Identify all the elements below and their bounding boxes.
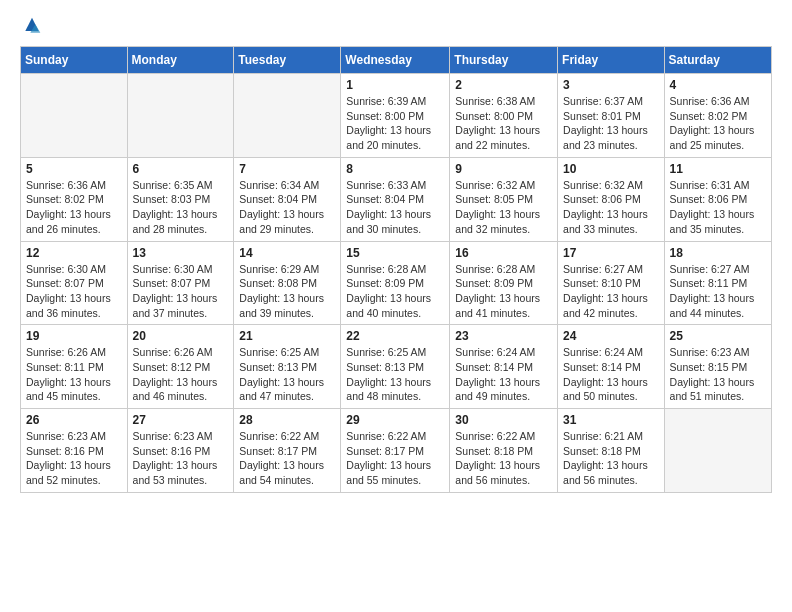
calendar-week-row: 12Sunrise: 6:30 AMSunset: 8:07 PMDayligh… [21,241,772,325]
calendar-week-row: 19Sunrise: 6:26 AMSunset: 8:11 PMDayligh… [21,325,772,409]
calendar-cell: 22Sunrise: 6:25 AMSunset: 8:13 PMDayligh… [341,325,450,409]
calendar-cell: 23Sunrise: 6:24 AMSunset: 8:14 PMDayligh… [450,325,558,409]
calendar-cell: 10Sunrise: 6:32 AMSunset: 8:06 PMDayligh… [558,157,665,241]
calendar-cell: 31Sunrise: 6:21 AMSunset: 8:18 PMDayligh… [558,409,665,493]
day-info: Sunrise: 6:25 AMSunset: 8:13 PMDaylight:… [239,345,335,404]
day-info: Sunrise: 6:38 AMSunset: 8:00 PMDaylight:… [455,94,552,153]
day-info: Sunrise: 6:31 AMSunset: 8:06 PMDaylight:… [670,178,766,237]
day-number: 20 [133,329,229,343]
calendar-cell: 1Sunrise: 6:39 AMSunset: 8:00 PMDaylight… [341,74,450,158]
day-info: Sunrise: 6:36 AMSunset: 8:02 PMDaylight:… [670,94,766,153]
day-info: Sunrise: 6:33 AMSunset: 8:04 PMDaylight:… [346,178,444,237]
day-info: Sunrise: 6:26 AMSunset: 8:11 PMDaylight:… [26,345,122,404]
day-info: Sunrise: 6:26 AMSunset: 8:12 PMDaylight:… [133,345,229,404]
weekday-header: Sunday [21,47,128,74]
weekday-header-row: SundayMondayTuesdayWednesdayThursdayFrid… [21,47,772,74]
calendar-cell: 28Sunrise: 6:22 AMSunset: 8:17 PMDayligh… [234,409,341,493]
day-info: Sunrise: 6:24 AMSunset: 8:14 PMDaylight:… [455,345,552,404]
calendar-week-row: 1Sunrise: 6:39 AMSunset: 8:00 PMDaylight… [21,74,772,158]
calendar-cell: 3Sunrise: 6:37 AMSunset: 8:01 PMDaylight… [558,74,665,158]
logo [20,16,42,36]
day-number: 16 [455,246,552,260]
day-info: Sunrise: 6:27 AMSunset: 8:10 PMDaylight:… [563,262,659,321]
day-number: 29 [346,413,444,427]
page-header [20,16,772,36]
day-number: 8 [346,162,444,176]
day-number: 14 [239,246,335,260]
day-info: Sunrise: 6:21 AMSunset: 8:18 PMDaylight:… [563,429,659,488]
day-info: Sunrise: 6:30 AMSunset: 8:07 PMDaylight:… [26,262,122,321]
calendar-cell [21,74,128,158]
day-number: 26 [26,413,122,427]
calendar-cell: 12Sunrise: 6:30 AMSunset: 8:07 PMDayligh… [21,241,128,325]
calendar-cell [664,409,771,493]
weekday-header: Monday [127,47,234,74]
calendar-cell: 18Sunrise: 6:27 AMSunset: 8:11 PMDayligh… [664,241,771,325]
day-info: Sunrise: 6:22 AMSunset: 8:18 PMDaylight:… [455,429,552,488]
calendar-cell: 11Sunrise: 6:31 AMSunset: 8:06 PMDayligh… [664,157,771,241]
day-number: 23 [455,329,552,343]
day-number: 22 [346,329,444,343]
day-info: Sunrise: 6:37 AMSunset: 8:01 PMDaylight:… [563,94,659,153]
calendar-cell: 6Sunrise: 6:35 AMSunset: 8:03 PMDaylight… [127,157,234,241]
weekday-header: Thursday [450,47,558,74]
calendar-cell: 19Sunrise: 6:26 AMSunset: 8:11 PMDayligh… [21,325,128,409]
day-number: 27 [133,413,229,427]
calendar-cell: 2Sunrise: 6:38 AMSunset: 8:00 PMDaylight… [450,74,558,158]
calendar-cell: 26Sunrise: 6:23 AMSunset: 8:16 PMDayligh… [21,409,128,493]
day-info: Sunrise: 6:23 AMSunset: 8:16 PMDaylight:… [133,429,229,488]
day-number: 3 [563,78,659,92]
calendar-cell: 25Sunrise: 6:23 AMSunset: 8:15 PMDayligh… [664,325,771,409]
day-info: Sunrise: 6:22 AMSunset: 8:17 PMDaylight:… [239,429,335,488]
day-number: 1 [346,78,444,92]
calendar-cell: 17Sunrise: 6:27 AMSunset: 8:10 PMDayligh… [558,241,665,325]
calendar-cell: 7Sunrise: 6:34 AMSunset: 8:04 PMDaylight… [234,157,341,241]
day-number: 5 [26,162,122,176]
day-number: 18 [670,246,766,260]
weekday-header: Tuesday [234,47,341,74]
day-number: 4 [670,78,766,92]
day-info: Sunrise: 6:35 AMSunset: 8:03 PMDaylight:… [133,178,229,237]
calendar-cell: 21Sunrise: 6:25 AMSunset: 8:13 PMDayligh… [234,325,341,409]
day-info: Sunrise: 6:34 AMSunset: 8:04 PMDaylight:… [239,178,335,237]
calendar-cell [127,74,234,158]
day-info: Sunrise: 6:32 AMSunset: 8:05 PMDaylight:… [455,178,552,237]
day-info: Sunrise: 6:23 AMSunset: 8:15 PMDaylight:… [670,345,766,404]
day-number: 30 [455,413,552,427]
calendar-cell: 29Sunrise: 6:22 AMSunset: 8:17 PMDayligh… [341,409,450,493]
day-number: 24 [563,329,659,343]
day-number: 31 [563,413,659,427]
day-info: Sunrise: 6:30 AMSunset: 8:07 PMDaylight:… [133,262,229,321]
day-number: 10 [563,162,659,176]
day-info: Sunrise: 6:25 AMSunset: 8:13 PMDaylight:… [346,345,444,404]
day-info: Sunrise: 6:32 AMSunset: 8:06 PMDaylight:… [563,178,659,237]
day-number: 12 [26,246,122,260]
calendar-week-row: 5Sunrise: 6:36 AMSunset: 8:02 PMDaylight… [21,157,772,241]
day-info: Sunrise: 6:28 AMSunset: 8:09 PMDaylight:… [455,262,552,321]
day-info: Sunrise: 6:36 AMSunset: 8:02 PMDaylight:… [26,178,122,237]
calendar-table: SundayMondayTuesdayWednesdayThursdayFrid… [20,46,772,493]
day-info: Sunrise: 6:27 AMSunset: 8:11 PMDaylight:… [670,262,766,321]
day-number: 11 [670,162,766,176]
day-info: Sunrise: 6:39 AMSunset: 8:00 PMDaylight:… [346,94,444,153]
day-number: 28 [239,413,335,427]
day-info: Sunrise: 6:24 AMSunset: 8:14 PMDaylight:… [563,345,659,404]
day-number: 25 [670,329,766,343]
day-number: 21 [239,329,335,343]
calendar-cell: 13Sunrise: 6:30 AMSunset: 8:07 PMDayligh… [127,241,234,325]
weekday-header: Saturday [664,47,771,74]
calendar-cell: 15Sunrise: 6:28 AMSunset: 8:09 PMDayligh… [341,241,450,325]
day-number: 9 [455,162,552,176]
day-number: 17 [563,246,659,260]
weekday-header: Friday [558,47,665,74]
calendar-cell: 8Sunrise: 6:33 AMSunset: 8:04 PMDaylight… [341,157,450,241]
day-number: 6 [133,162,229,176]
calendar-cell: 24Sunrise: 6:24 AMSunset: 8:14 PMDayligh… [558,325,665,409]
day-info: Sunrise: 6:23 AMSunset: 8:16 PMDaylight:… [26,429,122,488]
calendar-cell: 14Sunrise: 6:29 AMSunset: 8:08 PMDayligh… [234,241,341,325]
calendar-cell: 20Sunrise: 6:26 AMSunset: 8:12 PMDayligh… [127,325,234,409]
day-info: Sunrise: 6:28 AMSunset: 8:09 PMDaylight:… [346,262,444,321]
day-number: 2 [455,78,552,92]
calendar-cell: 16Sunrise: 6:28 AMSunset: 8:09 PMDayligh… [450,241,558,325]
day-info: Sunrise: 6:22 AMSunset: 8:17 PMDaylight:… [346,429,444,488]
